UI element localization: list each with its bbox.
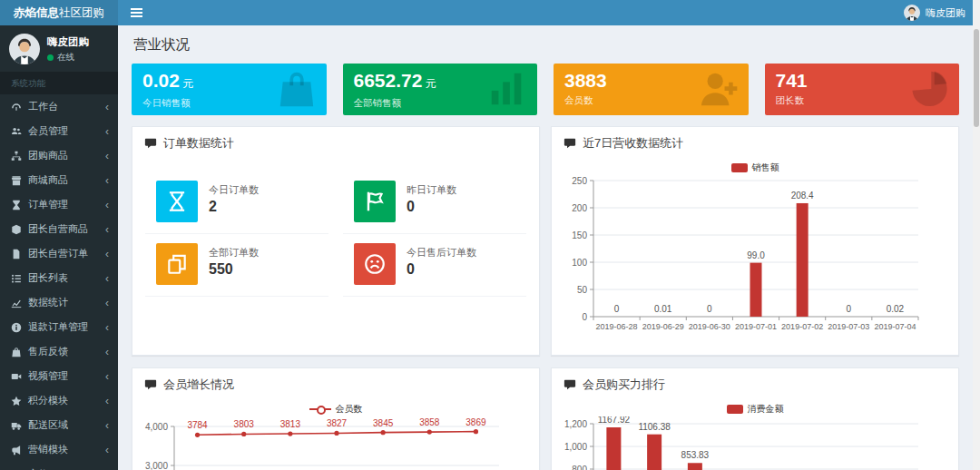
legend-sales-amount[interactable]: 销售额 (552, 161, 958, 175)
chevron-left-icon: ‹ (105, 397, 109, 406)
sidebar-item-label: 会员管理 (28, 124, 68, 138)
sidebar-item-users[interactable]: 会员管理‹ (0, 119, 118, 143)
panel-member-growth: 会员增长情况 会员数 4,0003,0003784380338133827384… (132, 367, 540, 470)
svg-text:0.02: 0.02 (887, 304, 905, 314)
hourglass-icon (156, 181, 198, 222)
sidebar-item-label: 积分模块 (28, 394, 68, 407)
panel-order-stats: 订单数据统计 今日订单数2昨日订单数0全部订单数550今日售后订单数0 (132, 126, 540, 356)
sidebar-item-bullhorn[interactable]: 营销模块‹ (0, 437, 118, 462)
stat-card-今日销售额[interactable]: 0.02元今日销售额 (132, 64, 327, 115)
frown-icon (354, 243, 396, 285)
svg-text:99.0: 99.0 (747, 250, 765, 260)
bag-icon (11, 347, 22, 357)
svg-text:1,000: 1,000 (564, 442, 587, 452)
sidebar-item-video[interactable]: 视频管理‹ (0, 364, 118, 388)
chevron-left-icon: ‹ (105, 176, 109, 185)
sidebar-section-label: 系统功能 (0, 72, 118, 94)
hourglass-icon (11, 200, 22, 211)
tile-value: 0 (407, 261, 476, 278)
sidebar-item-label: 团长列表 (28, 271, 68, 285)
stat-card-全部销售额[interactable]: 6652.72元全部销售额 (343, 64, 538, 115)
topbar-user-menu[interactable]: 嗨皮团购 (904, 0, 965, 25)
legend-swatch-icon (731, 163, 748, 172)
tile-value: 2 (209, 199, 259, 215)
sidebar-item-dashboard[interactable]: 工作台‹ (0, 94, 118, 119)
order-tile-全部订单数[interactable]: 全部订单数550 (145, 234, 328, 297)
sidebar-item-list[interactable]: 团长列表‹ (0, 266, 118, 290)
svg-text:200: 200 (572, 203, 587, 213)
stat-cards-row: 0.02元今日销售额6652.72元全部销售额3883会员数741团长数 (132, 64, 959, 115)
svg-text:2019-06-28: 2019-06-28 (596, 322, 638, 331)
sidebar-item-label: 数据统计 (28, 296, 68, 309)
sidebar-item-chart[interactable]: 数据统计‹ (0, 290, 118, 315)
order-tile-今日售后订单数[interactable]: 今日售后订单数0 (343, 234, 526, 297)
comment-icon (144, 378, 157, 391)
sidebar-item-truck[interactable]: 配送区域‹ (0, 413, 118, 437)
chevron-left-icon: ‹ (105, 201, 109, 210)
logo-bold-text: 赤焰信息 (14, 6, 59, 19)
sidebar-item-file[interactable]: 团长自营订单‹ (0, 241, 118, 266)
stat-card-团长数[interactable]: 741团长数 (765, 64, 960, 115)
legend-swatch-icon (727, 405, 743, 414)
chart-icon (11, 298, 22, 308)
sidebar-item-label: 工作台 (28, 100, 58, 113)
chevron-left-icon: ‹ (105, 127, 109, 136)
sidebar-item-label: 订单管理 (28, 198, 68, 211)
chevron-left-icon: ‹ (105, 103, 109, 112)
svg-text:0.01: 0.01 (654, 304, 672, 314)
svg-text:3803: 3803 (234, 419, 255, 429)
person-add-icon (698, 68, 740, 110)
legend-label: 销售额 (752, 162, 779, 174)
legend-label: 消费金额 (748, 403, 784, 416)
sidebar-item-hourglass[interactable]: 订单管理‹ (0, 192, 118, 217)
sidebar-item-label: 视频管理 (28, 369, 68, 383)
svg-text:3784: 3784 (187, 420, 208, 430)
sidebar-item-tag[interactable]: 充值‹ (0, 462, 118, 470)
sidebar-item-sitemap[interactable]: 团购商品‹ (0, 143, 118, 168)
sidebar-item-bag[interactable]: 售后反馈‹ (0, 339, 118, 364)
scrollbar-thumb[interactable] (974, 29, 979, 127)
vertical-scrollbar[interactable] (973, 0, 980, 470)
sidebar-item-label: 营销模块 (28, 443, 68, 456)
topbar: 赤焰信息社区团购 嗨皮团购 (0, 0, 980, 25)
svg-text:150: 150 (572, 230, 587, 240)
panel-title: 会员增长情况 (163, 377, 234, 393)
sidebar-item-info[interactable]: 退款订单管理‹ (0, 315, 118, 339)
comment-icon (144, 137, 157, 150)
sidebar-item-label: 商城商品 (28, 173, 68, 187)
legend-member-count[interactable]: 会员数 (132, 402, 539, 416)
stat-unit: 元 (182, 77, 193, 90)
stat-card-会员数[interactable]: 3883会员数 (554, 64, 749, 115)
chevron-left-icon: ‹ (105, 323, 109, 332)
tile-label: 今日售后订单数 (407, 246, 476, 259)
order-tile-今日订单数[interactable]: 今日订单数2 (145, 171, 328, 234)
svg-text:2019-06-30: 2019-06-30 (689, 322, 730, 331)
sidebar-item-star[interactable]: 积分模块‹ (0, 388, 118, 413)
member-growth-line-chart[interactable]: 4,0003,0003784380338133827384538583869 (132, 416, 539, 470)
user-avatar (9, 34, 40, 64)
svg-text:800: 800 (572, 465, 587, 470)
panel-title: 会员购买力排行 (583, 377, 665, 393)
sidebar-item-label: 团购商品 (28, 149, 68, 162)
svg-text:1106.38: 1106.38 (638, 422, 671, 432)
sidebar-item-store[interactable]: 商城商品‹ (0, 168, 118, 192)
users-icon (11, 126, 22, 137)
sidebar-user-name: 嗨皮团购 (47, 35, 89, 49)
topbar-user-name: 嗨皮团购 (926, 6, 965, 20)
order-tile-昨日订单数[interactable]: 昨日订单数0 (343, 171, 526, 234)
sidebar-item-label: 配送区域 (28, 418, 68, 432)
chevron-left-icon: ‹ (105, 274, 109, 283)
sidebar: 嗨皮团购 在线 系统功能 工作台‹会员管理‹团购商品‹商城商品‹订单管理‹团长自… (0, 25, 118, 470)
purchase-power-bar-chart[interactable]: 1,2001,0008001167.921106.38853.83 (552, 416, 958, 470)
sidebar-item-box[interactable]: 团长自营商品‹ (0, 217, 118, 241)
page-title: 营业状况 (133, 35, 959, 54)
sidebar-toggle-hamburger-icon[interactable] (118, 0, 154, 25)
revenue-bar-chart[interactable]: 2502001501005002019-06-282019-06-292019-… (552, 175, 958, 340)
svg-text:250: 250 (572, 176, 587, 186)
app-logo[interactable]: 赤焰信息社区团购 (0, 0, 118, 25)
chevron-left-icon: ‹ (105, 348, 109, 357)
bar-chart-icon (486, 68, 528, 110)
legend-consume-amount[interactable]: 消费金额 (552, 402, 958, 416)
logo-light-text: 社区团购 (59, 6, 104, 19)
svg-text:3858: 3858 (419, 417, 440, 427)
